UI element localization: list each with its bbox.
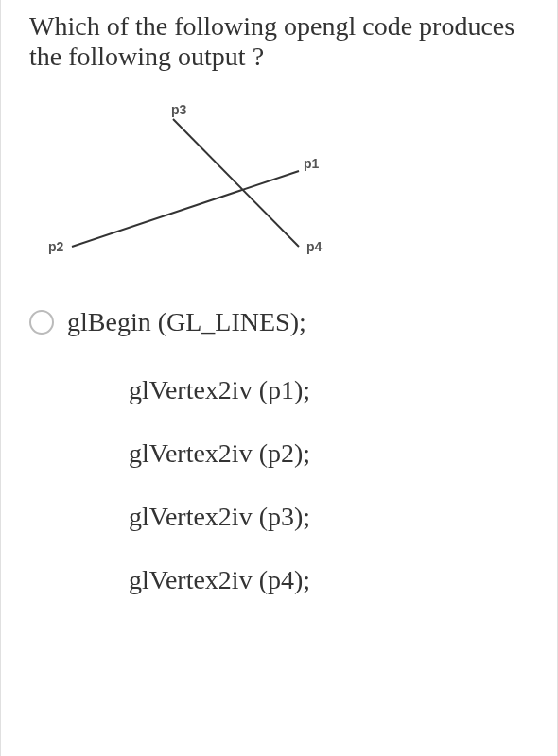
- label-p2: p2: [48, 239, 64, 254]
- code-line: glVertex2iv (p4);: [129, 565, 529, 595]
- label-p4: p4: [306, 239, 323, 254]
- question-text: Which of the following opengl code produ…: [29, 11, 529, 72]
- diagram: p3 p1 p2 p4: [29, 100, 529, 284]
- option-code-block: glVertex2iv (p1); glVertex2iv (p2); glVe…: [29, 375, 529, 595]
- code-line: glVertex2iv (p3);: [129, 502, 529, 532]
- code-line: glVertex2iv (p1);: [129, 375, 529, 405]
- line-p2-p1: [72, 171, 299, 247]
- radio-icon[interactable]: [29, 310, 54, 335]
- option-row[interactable]: glBegin (GL_LINES);: [29, 307, 529, 337]
- code-line: glVertex2iv (p2);: [129, 438, 529, 469]
- label-p1: p1: [304, 156, 320, 171]
- label-p3: p3: [171, 102, 187, 117]
- option-first-line: glBegin (GL_LINES);: [67, 307, 306, 337]
- line-p3-p4: [173, 119, 299, 247]
- lines-diagram-svg: p3 p1 p2 p4: [34, 100, 346, 280]
